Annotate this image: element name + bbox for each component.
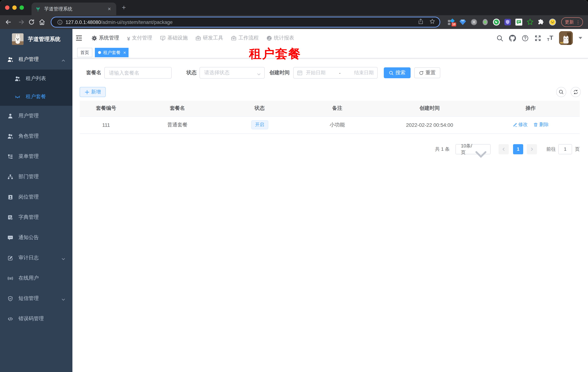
new-tab-button[interactable]: +	[119, 3, 128, 12]
sidebar-logo-row[interactable]: 芋道管理系统	[0, 29, 73, 49]
tag-tenant-package[interactable]: 租户套餐 ✕	[95, 48, 129, 57]
tag-active-dot	[98, 51, 101, 54]
sidebar-submenu-tenant: 租户列表 租户套餐	[0, 70, 73, 106]
avatar-caret-icon[interactable]	[578, 37, 582, 39]
search-button[interactable]: 搜索	[384, 67, 410, 78]
page-content: 套餐名 状态 请选择状态 创建时间 开始日期	[73, 58, 588, 372]
extension-gem-icon[interactable]	[459, 19, 466, 26]
reset-button[interactable]: 重置	[414, 67, 440, 78]
extension-star-icon[interactable]	[526, 19, 534, 26]
sidebar-item-label: 在线用户	[19, 275, 39, 281]
bookmark-star-icon[interactable]	[430, 19, 435, 26]
sidebar-item-sms-management[interactable]: 短信管理	[0, 288, 73, 308]
sidebar-item-audit-log[interactable]: 审计日志	[0, 248, 73, 268]
edit-link[interactable]: 修改	[513, 122, 528, 128]
chevron-down-icon	[62, 256, 65, 260]
top-menu-payment[interactable]: ¥ 支付管理	[123, 29, 156, 47]
page-size-value: 10条/页	[461, 143, 474, 156]
share-icon[interactable]	[418, 19, 424, 26]
post-icon	[8, 194, 13, 200]
url-bar[interactable]: 127.0.0.1:48080/admin-ui/system/tenant/p…	[51, 17, 440, 28]
github-icon[interactable]	[509, 35, 516, 42]
add-button-label: 新增	[91, 89, 101, 95]
app-logo-rabbit	[12, 33, 23, 45]
tab-close-icon[interactable]: ✕	[106, 6, 113, 12]
sidebar-item-dict-management[interactable]: 字典管理	[0, 207, 73, 227]
package-name-input[interactable]	[104, 67, 172, 79]
end-date-placeholder[interactable]: 结束日期	[354, 70, 374, 76]
browser-tab[interactable]: 芋道管理系统 ✕	[32, 2, 116, 15]
top-menu-dev-tools[interactable]: 研发工具	[192, 29, 227, 47]
sidebar-item-label: 部门管理	[19, 173, 39, 180]
font-size-icon[interactable]: TT	[547, 34, 553, 42]
site-info-icon[interactable]	[57, 19, 63, 25]
top-menu: 系统管理 ¥ 支付管理 基础设施	[88, 29, 298, 47]
maximize-window-button[interactable]	[20, 5, 24, 10]
delete-link[interactable]: 删除	[534, 122, 549, 128]
top-menu-label: 统计报表	[274, 35, 294, 41]
top-menu-reports[interactable]: 统计报表	[263, 29, 298, 47]
prev-page-button[interactable]	[499, 144, 509, 154]
extension-shield-icon[interactable]	[504, 19, 511, 26]
extension-record-icon[interactable]	[482, 19, 489, 26]
fullscreen-icon[interactable]	[535, 35, 541, 42]
home-icon[interactable]	[38, 19, 46, 26]
sidebar-item-notice[interactable]: 通知公告	[0, 227, 73, 248]
top-menu-system[interactable]: 系统管理	[88, 29, 123, 47]
goto-page-input[interactable]	[558, 144, 572, 154]
browser-update-button[interactable]: 更新 ⋮	[561, 17, 583, 27]
sidebar-item-menu-management[interactable]: 菜单管理	[0, 146, 73, 167]
filter-date-label: 创建时间	[269, 70, 290, 76]
message-icon	[8, 235, 13, 240]
help-icon[interactable]	[522, 35, 529, 42]
status-select[interactable]: 请选择状态	[200, 67, 265, 79]
refresh-button[interactable]	[571, 87, 581, 97]
sidebar-item-label: 角色管理	[19, 133, 39, 139]
close-window-button[interactable]	[5, 5, 10, 10]
start-date-placeholder[interactable]: 开始日期	[306, 70, 326, 76]
extension-command-icon[interactable]: ⌘	[470, 19, 478, 26]
extension-chat-icon[interactable]	[515, 19, 523, 26]
peoples-icon	[8, 133, 13, 139]
sidebar-item-tenant-management[interactable]: 租户管理	[0, 49, 73, 70]
page-title: 租户套餐	[249, 46, 301, 62]
add-button[interactable]: 新增	[80, 87, 106, 97]
toggle-search-button[interactable]	[556, 87, 566, 97]
top-menu-infrastructure[interactable]: 基础设施	[156, 29, 192, 47]
filter-form: 套餐名 状态 请选择状态 创建时间 开始日期	[80, 67, 580, 79]
sidebar-item-error-code[interactable]: 错误码管理	[0, 308, 73, 329]
back-icon[interactable]	[5, 19, 12, 26]
chevron-down-icon	[474, 147, 487, 151]
col-package-name: 套餐名	[133, 101, 222, 116]
sidebar-item-user-management[interactable]: 用户管理	[0, 106, 73, 126]
extension-puzzle-icon[interactable]	[538, 19, 545, 26]
extension-yuque-icon[interactable]	[493, 19, 500, 26]
sidebar-item-tenant-list[interactable]: 租户列表	[0, 70, 73, 88]
page-unit-label: 页	[575, 146, 580, 152]
sidebar-item-dept-management[interactable]: 部门管理	[0, 167, 73, 187]
next-page-button[interactable]	[527, 144, 537, 154]
search-icon[interactable]	[496, 35, 503, 42]
browser-menu-icon[interactable]: ⋮	[576, 20, 580, 24]
collapse-sidebar-icon[interactable]	[75, 34, 83, 42]
sidebar-item-tenant-package[interactable]: 租户套餐	[0, 88, 73, 106]
create-time-range-picker[interactable]: 开始日期 - 结束日期	[293, 67, 378, 79]
top-menu-workflow[interactable]: 工作流程	[227, 29, 263, 47]
sidebar-item-post-management[interactable]: 岗位管理	[0, 187, 73, 207]
top-menu-label: 基础设施	[168, 35, 188, 41]
reload-icon[interactable]	[28, 19, 35, 26]
sidebar-item-online-users[interactable]: 在线用户	[0, 268, 73, 288]
search-button-label: 搜索	[395, 70, 406, 76]
reset-button-label: 重置	[425, 70, 436, 76]
extension-smiley-icon[interactable]	[549, 19, 556, 26]
forward-icon[interactable]	[18, 19, 25, 26]
tag-home[interactable]: 首页	[77, 48, 92, 57]
tag-close-icon[interactable]: ✕	[123, 51, 126, 54]
avatar[interactable]	[559, 31, 573, 45]
page-size-select[interactable]: 10条/页	[455, 144, 491, 154]
sidebar-item-role-management[interactable]: 角色管理	[0, 126, 73, 146]
extension-badge: 10	[452, 22, 456, 26]
browser-window: 芋道管理系统 ✕ + 127.0.0.1:48080/admin-ui/syst…	[0, 0, 588, 372]
minimize-window-button[interactable]	[12, 5, 17, 10]
current-page-button[interactable]: 1	[513, 144, 523, 154]
